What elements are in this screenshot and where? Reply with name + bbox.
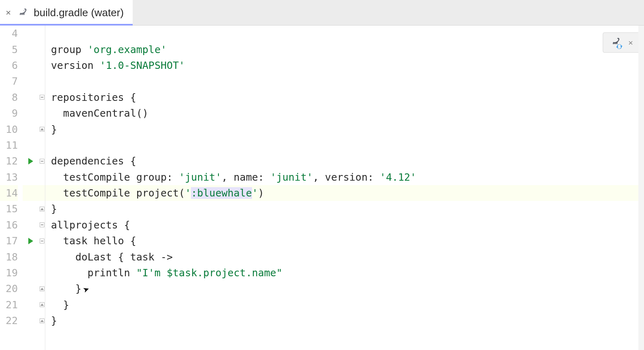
code-line[interactable]: } — [45, 313, 644, 329]
fold-end-icon[interactable] — [40, 127, 44, 132]
code-token: ) — [258, 187, 264, 199]
code-line[interactable]: } — [45, 121, 644, 137]
run-gutter — [23, 26, 39, 350]
code-line[interactable]: repositories { — [45, 90, 644, 105]
run-gutter-cell — [23, 265, 39, 281]
fold-gutter-cell — [39, 169, 45, 185]
line-number: 15 — [0, 201, 18, 217]
code-line[interactable]: } — [45, 281, 644, 297]
close-tab-icon[interactable]: × — [6, 8, 11, 17]
run-icon[interactable] — [28, 238, 33, 244]
fold-collapse-icon[interactable] — [40, 222, 44, 227]
run-gutter-cell — [23, 105, 39, 121]
code-line[interactable]: mavenCentral() — [45, 105, 644, 121]
line-number: 17 — [0, 233, 18, 249]
line-number: 5 — [0, 41, 18, 57]
code-token: : — [368, 171, 380, 183]
code-line[interactable]: } — [45, 201, 644, 217]
line-number: 16 — [0, 217, 18, 233]
fold-gutter-cell — [39, 313, 45, 329]
run-gutter-cell[interactable] — [23, 153, 39, 169]
code-token: } — [51, 124, 57, 135]
code-token: } — [51, 283, 81, 295]
code-editor[interactable]: 45678910111213141516171819202122 group '… — [0, 26, 644, 350]
run-gutter-cell — [23, 41, 39, 57]
code-token: doLast { task -> — [51, 251, 173, 263]
line-number: 13 — [0, 169, 18, 185]
code-token: , — [221, 171, 233, 183]
run-gutter-cell — [23, 217, 39, 233]
fold-gutter-cell — [39, 90, 45, 105]
run-gutter-cell — [23, 169, 39, 185]
code-line[interactable]: version '1.0-SNAPSHOT' — [45, 58, 644, 73]
code-token: allprojects { — [51, 219, 130, 231]
fold-collapse-icon[interactable] — [40, 95, 44, 100]
code-line[interactable]: group 'org.example' — [45, 41, 644, 57]
code-line[interactable]: testCompile group: 'junit', name: 'junit… — [45, 169, 644, 185]
vertical-scrollbar[interactable] — [638, 26, 644, 350]
code-token: } — [51, 203, 57, 215]
code-line[interactable]: println "I'm $task.project.name" — [45, 265, 644, 281]
code-line[interactable] — [45, 137, 644, 153]
fold-collapse-icon[interactable] — [40, 239, 44, 243]
close-notification-icon[interactable]: × — [628, 38, 633, 47]
fold-end-icon[interactable] — [40, 207, 44, 211]
code-token: :bluewhale — [191, 187, 252, 199]
code-token: : — [258, 171, 270, 183]
line-number: 12 — [0, 153, 18, 169]
run-gutter-cell — [23, 281, 39, 297]
fold-gutter-cell — [39, 153, 45, 169]
code-token: mavenCentral() — [51, 107, 148, 119]
code-token: testCompile project( — [51, 187, 185, 199]
code-token: ' — [252, 187, 258, 199]
run-gutter-cell — [23, 26, 39, 41]
code-token: repositories { — [51, 92, 136, 103]
code-token: version — [51, 60, 100, 71]
fold-gutter-cell — [39, 73, 45, 89]
fold-end-icon[interactable] — [40, 302, 44, 307]
code-line[interactable] — [45, 73, 644, 89]
run-gutter-cell — [23, 249, 39, 265]
line-number: 9 — [0, 105, 18, 121]
code-area[interactable]: group 'org.example'version '1.0-SNAPSHOT… — [45, 26, 644, 350]
code-line[interactable]: doLast { task -> — [45, 249, 644, 265]
line-number: 22 — [0, 313, 18, 329]
fold-end-icon[interactable] — [40, 286, 44, 291]
code-token: "I'm $task.project.name" — [136, 267, 282, 279]
code-token: : — [167, 171, 179, 183]
code-token: group — [136, 171, 167, 183]
code-token: task hello { — [51, 235, 136, 247]
run-gutter-cell — [23, 185, 39, 201]
code-line[interactable]: dependencies { — [45, 153, 644, 169]
run-gutter-cell[interactable] — [23, 233, 39, 249]
code-token: 'org.example' — [87, 44, 167, 55]
fold-gutter-cell — [39, 41, 45, 57]
gradle-sync-icon[interactable] — [610, 37, 621, 48]
fold-gutter-cell — [39, 233, 45, 249]
code-line[interactable]: } — [45, 297, 644, 313]
editor-tab-active[interactable]: × build.gradle (water) — [0, 0, 133, 25]
code-line[interactable]: task hello { — [45, 233, 644, 249]
run-icon[interactable] — [28, 158, 33, 164]
line-number: 18 — [0, 249, 18, 265]
fold-gutter-cell — [39, 185, 45, 201]
fold-collapse-icon[interactable] — [40, 159, 44, 164]
run-gutter-cell — [23, 297, 39, 313]
code-token: } — [51, 315, 57, 327]
run-gutter-cell — [23, 201, 39, 217]
run-gutter-cell — [23, 137, 39, 153]
line-number: 10 — [0, 121, 18, 137]
fold-gutter-cell — [39, 105, 45, 121]
code-token: ' — [185, 187, 191, 199]
code-line[interactable]: testCompile project(':bluewhale') — [45, 185, 644, 201]
code-line[interactable] — [45, 26, 644, 41]
fold-gutter — [39, 26, 45, 350]
code-token: '1.0-SNAPSHOT' — [100, 60, 185, 71]
fold-end-icon[interactable] — [40, 318, 44, 323]
tab-strip: × build.gradle (water) — [0, 0, 644, 26]
gradle-sync-notification[interactable]: × — [603, 32, 640, 53]
line-number: 14 — [0, 185, 18, 201]
svg-point-0 — [24, 11, 25, 11]
code-line[interactable]: allprojects { — [45, 217, 644, 233]
run-gutter-cell — [23, 90, 39, 105]
